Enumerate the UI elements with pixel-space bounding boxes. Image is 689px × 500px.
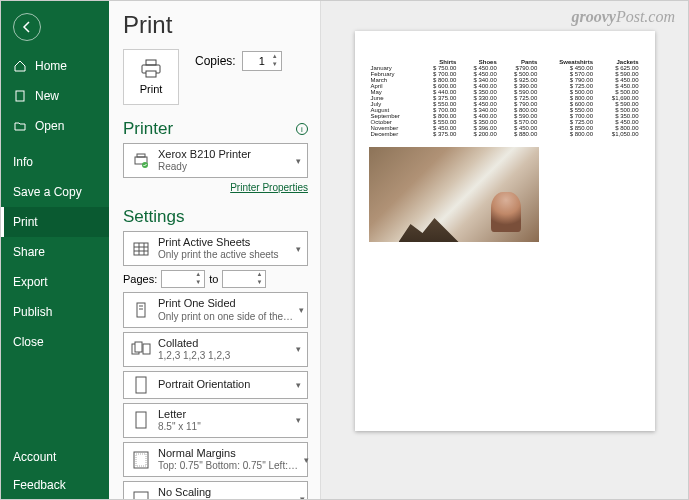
sidebar-item-label: Print xyxy=(13,215,38,229)
svg-rect-1 xyxy=(146,60,156,65)
sidebar-item-label: Save a Copy xyxy=(13,185,82,199)
one-sided-icon xyxy=(130,301,152,319)
printer-properties-link[interactable]: Printer Properties xyxy=(123,182,308,193)
chevron-down-icon: ▾ xyxy=(296,415,301,425)
copies-value: 1 xyxy=(259,55,265,67)
svg-rect-7 xyxy=(134,243,148,255)
sidebar-item-close[interactable]: Close xyxy=(1,327,109,357)
print-button-label: Print xyxy=(140,83,163,95)
copies-up[interactable]: ▲ xyxy=(270,53,280,61)
printer-status: Ready xyxy=(158,161,290,173)
paper-size-dropdown[interactable]: Letter8.5" x 11" ▾ xyxy=(123,403,308,438)
page-title: Print xyxy=(123,11,308,39)
preview-embedded-image xyxy=(369,147,539,242)
sidebar-item-share[interactable]: Share xyxy=(1,237,109,267)
printer-info-icon[interactable]: i xyxy=(296,123,308,135)
orientation-dropdown[interactable]: Portrait Orientation ▾ xyxy=(123,371,308,399)
sidebar-item-home[interactable]: Home xyxy=(1,51,109,81)
print-settings-panel: Print Print Copies: 1 ▲▼ Printer i xyxy=(109,1,321,499)
chevron-down-icon: ▾ xyxy=(296,380,301,390)
scaling-dropdown[interactable]: 100 No ScalingPrint sheets at their actu… xyxy=(123,481,308,499)
preview-data-table: ShirtsShoesPantsSweatshirtsJacketsJanuar… xyxy=(369,59,641,137)
sheets-icon xyxy=(130,240,152,258)
chevron-down-icon: ▾ xyxy=(304,455,309,465)
svg-rect-12 xyxy=(137,303,145,317)
sidebar-item-open[interactable]: Open xyxy=(1,111,109,141)
sidebar-item-save-copy[interactable]: Save a Copy xyxy=(1,177,109,207)
open-icon xyxy=(13,119,27,133)
printer-device-icon xyxy=(130,152,152,170)
settings-section-title: Settings xyxy=(123,207,184,227)
svg-rect-19 xyxy=(136,412,146,428)
sidebar-item-account[interactable]: Account xyxy=(1,443,109,471)
sidebar-item-export[interactable]: Export xyxy=(1,267,109,297)
margins-icon xyxy=(130,451,152,469)
pages-from-input[interactable]: ▲▼ xyxy=(161,270,205,288)
sidebar-item-label: Home xyxy=(35,59,67,73)
home-icon xyxy=(13,59,27,73)
sidebar-item-label: Open xyxy=(35,119,64,133)
pages-to-input[interactable]: ▲▼ xyxy=(222,270,266,288)
sidebar-item-label: Feedback xyxy=(13,478,66,492)
svg-rect-21 xyxy=(136,454,146,466)
printer-section-title: Printer xyxy=(123,119,173,139)
sides-dropdown[interactable]: Print One SidedOnly print on one side of… xyxy=(123,292,308,327)
chevron-down-icon: ▾ xyxy=(296,344,301,354)
svg-rect-3 xyxy=(146,71,156,77)
printer-name: Xerox B210 Printer xyxy=(158,148,290,161)
sidebar-item-label: Account xyxy=(13,450,56,464)
portrait-icon xyxy=(130,376,152,394)
sidebar-item-label: Info xyxy=(13,155,33,169)
svg-rect-5 xyxy=(137,154,145,157)
copies-down[interactable]: ▼ xyxy=(270,61,280,69)
backstage-sidebar: Home New Open Info Save a Copy Print Sha… xyxy=(1,1,109,499)
back-arrow-icon xyxy=(20,20,34,34)
paper-icon xyxy=(130,411,152,429)
chevron-down-icon: ▾ xyxy=(300,494,305,499)
svg-rect-16 xyxy=(135,342,142,352)
svg-rect-0 xyxy=(16,91,24,101)
sidebar-item-label: Share xyxy=(13,245,45,259)
print-button[interactable]: Print xyxy=(123,49,179,105)
printer-dropdown[interactable]: Xerox B210 Printer Ready ▾ xyxy=(123,143,308,178)
chevron-down-icon: ▾ xyxy=(296,156,301,166)
margins-dropdown[interactable]: Normal MarginsTop: 0.75" Bottom: 0.75" L… xyxy=(123,442,308,477)
printer-icon xyxy=(140,59,162,79)
sidebar-item-label: Close xyxy=(13,335,44,349)
print-preview-area: ShirtsShoesPantsSweatshirtsJacketsJanuar… xyxy=(321,1,688,499)
new-icon xyxy=(13,89,27,103)
svg-text:100: 100 xyxy=(136,498,148,499)
sidebar-item-print[interactable]: Print xyxy=(1,207,109,237)
chevron-down-icon: ▾ xyxy=(296,244,301,254)
back-button[interactable] xyxy=(13,13,41,41)
sidebar-item-label: Export xyxy=(13,275,48,289)
sidebar-item-info[interactable]: Info xyxy=(1,147,109,177)
collation-dropdown[interactable]: Collated1,2,3 1,2,3 1,2,3 ▾ xyxy=(123,332,308,367)
collated-icon xyxy=(130,341,152,357)
pages-to-label: to xyxy=(209,273,218,285)
preview-page: ShirtsShoesPantsSweatshirtsJacketsJanuar… xyxy=(355,31,655,431)
chevron-down-icon: ▾ xyxy=(299,305,304,315)
sidebar-item-feedback[interactable]: Feedback xyxy=(1,471,109,499)
print-what-dropdown[interactable]: Print Active SheetsOnly print the active… xyxy=(123,231,308,266)
copies-input[interactable]: 1 ▲▼ xyxy=(242,51,282,71)
svg-rect-18 xyxy=(136,377,146,393)
sidebar-item-label: Publish xyxy=(13,305,52,319)
sidebar-item-label: New xyxy=(35,89,59,103)
svg-rect-17 xyxy=(143,344,150,354)
copies-label: Copies: xyxy=(195,54,236,68)
pages-label: Pages: xyxy=(123,273,157,285)
sidebar-item-new[interactable]: New xyxy=(1,81,109,111)
scaling-icon: 100 xyxy=(130,490,152,499)
sidebar-item-publish[interactable]: Publish xyxy=(1,297,109,327)
